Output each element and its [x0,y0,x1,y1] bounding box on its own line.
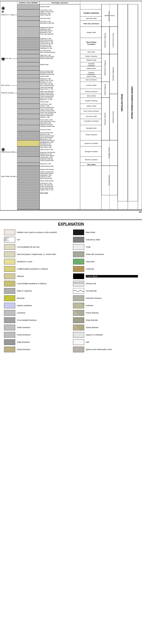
svg-text:Upper Sibley coal bed: Upper Sibley coal bed [1,176,15,177]
svg-text:Douglas Group: Douglas Group [108,148,110,158]
svg-text:Elmo coal bed: Elmo coal bed [1,84,10,86]
svg-text:✳: ✳ [1,147,5,152]
svg-text:Willard Shale: Willard Shale [87,68,96,69]
symbol-shaly-dolomite [73,317,84,323]
svg-text:Plumb Shale Member: Plumb Shale Member [40,40,53,41]
svg-text:UPPER PENNSYLVANIAN SERIES: UPPER PENNSYLVANIAN SERIES [131,86,133,119]
svg-text:Snyderville Shale Mbr.: Snyderville Shale Mbr. [40,158,53,160]
svg-rect-43 [17,140,40,146]
symbol-dolomite [73,303,84,308]
label-shaly-dolomite: Shaly dolomite [86,319,138,322]
list-item: Shaly limestone [4,339,69,345]
list-item: Undifferentiated sandstone or siltstone [4,266,69,272]
svg-rect-30 [17,70,40,74]
label-shaly-ls: Shaly limestone [17,341,69,343]
svg-text:Rob Limestone Member: Rob Limestone Member [40,85,54,86]
svg-text:White Cloud Shale Mbr.: White Cloud Shale Mbr. [40,91,54,92]
label-bentonite: Bentonite [17,297,69,300]
svg-text:Westphalia Ls. Mbr.: Westphalia Ls. Mbr. [40,174,52,176]
svg-text:Big Springs Ls. Mbr.: Big Springs Ls. Mbr. [40,138,52,140]
list-item: -1-1-1- -1-1- -1-1-1- Soil [4,236,69,243]
svg-text:vvvvvv: vvvvvv [74,282,84,284]
svg-text:Onaga Shale: Onaga Shale [87,32,96,33]
symbol-volcanic-ash: vvvvvv [73,281,84,286]
label-siltstone: Siltstone [17,275,69,278]
svg-text:Americus Ls. Mbr.: Americus Ls. Mbr. [40,12,51,14]
svg-text:Du Bois Limestone Mbr.: Du Bois Limestone Mbr. [40,107,54,108]
svg-text:Larsh & Burroak Sh. Mbrs.: Larsh & Burroak Sh. Mbrs. [40,121,56,122]
svg-text:Howard Limestone: Howard Limestone [85,91,98,92]
symbol-shale-claystone [4,288,15,294]
list-item: Sandy dolomite [73,324,138,330]
symbol-cherty-dolomite [73,310,84,316]
svg-text:Dry Shale Member: Dry Shale Member [40,50,51,52]
svg-text:Topeka Limestone: Topeka Limestone [85,100,98,102]
symbol-sandstone [4,259,15,264]
symbol-limestone [4,310,15,316]
list-item: Dolomitic limestone [73,295,138,301]
label-sandy-dolomite: Sandy dolomite [86,326,138,329]
svg-text:Towle Shale Member: Towle Shale Member [40,30,53,32]
svg-text:Oread Limestone: Oread Limestone [85,134,97,136]
list-item: Sand and gravel, conglomerate, or "morta… [4,251,69,257]
svg-rect-42 [17,131,40,140]
svg-rect-33 [17,82,40,89]
svg-text:Heumader Shale Member: Heumader Shale Member [40,152,55,153]
svg-text:Richardson Subgroup: Richardson Subgroup [104,33,106,48]
svg-text:Admire Group: Admire Group [108,11,110,21]
svg-rect-20 [17,9,40,16]
svg-text:Eudora Shale Member: Eudora Shale Member [40,188,54,189]
label-crossbedded-ls: Cross-bedded limestone [17,319,69,322]
svg-text:Wood Siding: Wood Siding [86,41,96,43]
svg-text:GENERAL SHALE MEMBER: GENERAL SHALE MEMBER [19,2,38,4]
svg-text:Clay Creek Ls. Mbr.: Clay Creek Ls. Mbr. [40,146,52,148]
svg-text:Wamego Shale Member: Wamego Shale Member [40,56,55,58]
label-sandstone: Sandstone or sand [17,260,69,263]
svg-rect-22 [17,20,40,27]
svg-text:Auburn Shale: Auburn Shale [40,76,49,77]
list-item: Unconsolidated silt and clay [4,244,69,250]
svg-text:Sheldon Limestone Mbr.: Sheldon Limestone Mbr. [40,110,54,112]
svg-rect-285 [73,288,84,294]
svg-text:Grayhorso Ls. Mbr.: Grayhorso Ls. Mbr. [40,38,51,40]
svg-text:Tecumseh Shale: Tecumseh Shale [86,116,97,117]
list-item: Bentonite [4,295,69,301]
svg-rect-45 [17,156,40,163]
svg-text:Root Shale: Root Shale [87,51,95,53]
symbol-oolitic-ls [4,325,15,330]
list-item: vvvvvv Volcanic ash [73,280,138,287]
symbol-black-shale [73,230,84,235]
list-item: Siltstone [4,273,69,279]
symbol-salt [73,339,84,345]
svg-text:Houchen Cr. ls. bed: Houchen Cr. ls. bed [1,14,13,16]
label-shale-concretions: Shale with concretions [86,253,138,256]
svg-text:Severy Shale: Severy Shale [87,95,96,97]
svg-text:Grandhaven Ls. Mbr.: Grandhaven Ls. Mbr. [40,48,53,49]
svg-rect-31 [17,74,40,78]
svg-text:Captain Creek Ls. Mbr.: Captain Creek Ls. Mbr. [40,189,54,191]
svg-text:Rock Bluff Ls. Mbr.: Rock Bluff Ls. Mbr. [40,143,51,145]
svg-text:South Bend Ls. Mbr.: South Bend Ls. Mbr. [40,182,52,184]
label-gypsum: Gypsum or anhydrite [86,334,138,336]
svg-text:Wabaunsee Subgroup: Wabaunsee Subgroup [104,60,106,76]
list-item: Oolitic limestone [4,324,69,330]
svg-text:Scranton Shale: Scranton Shale [86,84,96,86]
label-igneous: Igneous and metamorphic rocks [86,348,138,351]
svg-text:Elmont Limestone Mbr.: Elmont Limestone Mbr. [40,70,54,72]
strat-chart-wrapper: GENERAL SHALE MEMBER Red Eagle Limestone [0,0,142,216]
explanation-grid: Reddish color (used as overlay on other … [4,229,138,352]
symbol-gypsum [73,332,84,338]
svg-rect-44 [17,146,40,156]
svg-text:Auburn Shale: Auburn Shale [86,76,96,77]
svg-text:Hamlin Shale Mbr.: Hamlin Shale Mbr. [40,14,51,16]
symbol-igneous [73,346,84,352]
svg-text:Rock Lake Shale Mbr.: Rock Lake Shale Mbr. [40,184,53,186]
svg-text:Pillsbury Shale: Pillsbury Shale [86,59,96,61]
svg-text:Cedar Vale Shale Mbr.: Cedar Vale Shale Mbr. [40,86,53,88]
svg-rect-37 [17,104,40,109]
explanation-title: EXPLANATION [4,222,138,226]
svg-text:Long Creek Ls. Mbr.: Long Creek Ls. Mbr. [40,9,52,11]
label-oolitic-ls: Oolitic limestone [17,326,69,329]
svg-text:Toronto Limestone Mbr.: Toronto Limestone Mbr. [40,160,54,161]
svg-rect-21 [17,16,40,20]
